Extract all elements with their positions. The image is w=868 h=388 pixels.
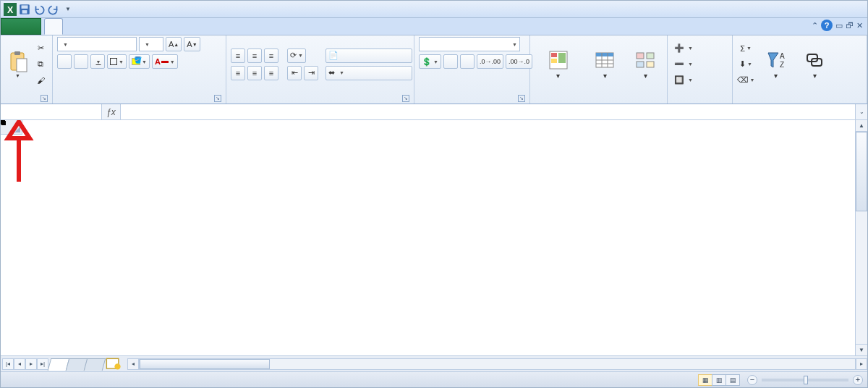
sheet-nav-last-icon[interactable]: ▸|	[37, 358, 48, 370]
qat-customize-icon[interactable]: ▼	[61, 3, 75, 16]
minimize-ribbon-icon[interactable]: ⌃	[812, 21, 818, 30]
sheet-nav-first-icon[interactable]: |◂	[2, 358, 14, 370]
grow-font-button[interactable]: A▲	[166, 37, 182, 51]
redo-icon[interactable]	[47, 3, 60, 16]
horizontal-scrollbar[interactable]: ◂ ▸	[127, 358, 867, 370]
hscroll-track[interactable]	[139, 358, 856, 370]
conditional-formatting-button[interactable]: ▾	[535, 40, 582, 89]
scroll-down-icon[interactable]: ▼	[856, 344, 867, 355]
tab-home[interactable]	[44, 18, 63, 35]
align-right-button[interactable]: ≡	[264, 66, 278, 80]
workbook-restore-icon[interactable]: 🗗	[846, 21, 854, 30]
sort-filter-button[interactable]: AZ ▾	[757, 40, 793, 89]
bold-button[interactable]	[57, 54, 72, 69]
shrink-font-button[interactable]: A▼	[184, 37, 200, 51]
increase-indent-button[interactable]: ⇥	[304, 66, 318, 80]
expand-formula-bar-icon[interactable]: ⌄	[855, 104, 867, 119]
wrap-text-button[interactable]: 📄	[326, 48, 412, 63]
decrease-indent-button[interactable]: ⇤	[287, 66, 302, 80]
format-as-table-button[interactable]: ▾	[585, 40, 626, 89]
autosum-button[interactable]: Σ▼	[737, 41, 754, 56]
insert-cells-button[interactable]: ➕ ▼	[672, 41, 730, 56]
dialog-launcher-icon[interactable]: ↘	[402, 95, 409, 102]
scroll-right-icon[interactable]: ▸	[856, 358, 867, 370]
fill-button[interactable]: ⬇▼	[737, 57, 754, 72]
percent-button[interactable]	[443, 54, 458, 69]
tab-formulas[interactable]	[101, 18, 119, 35]
align-center-button[interactable]: ≡	[247, 66, 262, 80]
workbook-min-icon[interactable]: ▭	[835, 21, 843, 30]
cell-styles-button[interactable]: ▾	[628, 40, 663, 89]
dialog-launcher-icon[interactable]: ↘	[518, 95, 525, 102]
sheet-nav-next-icon[interactable]: ▸	[25, 358, 37, 370]
font-name-combo[interactable]: ▼	[57, 37, 137, 51]
help-area: ⌃ ? ▭ 🗗 ✕	[812, 20, 863, 31]
tab-data[interactable]	[119, 18, 138, 35]
quick-access-toolbar: X ▼	[1, 3, 75, 16]
zoom-out-button[interactable]: −	[747, 375, 757, 385]
font-size-combo[interactable]: ▼	[139, 37, 163, 51]
align-middle-button[interactable]: ≡	[247, 48, 262, 63]
align-left-button[interactable]: ≡	[231, 66, 245, 80]
formula-input-wrap	[121, 104, 855, 119]
format-cells-button[interactable]: 🔲 ▼	[672, 73, 730, 88]
tab-page-layout[interactable]	[82, 18, 101, 35]
comma-button[interactable]	[460, 54, 475, 69]
font-color-button[interactable]: A▼	[152, 54, 178, 69]
select-all-button[interactable]	[1, 120, 22, 135]
align-top-button[interactable]: ≡	[231, 48, 245, 63]
help-icon[interactable]: ?	[821, 20, 833, 31]
vscroll-track[interactable]	[856, 132, 867, 344]
zoom-slider[interactable]	[762, 379, 848, 381]
increase-decimal-button[interactable]: .0→.00	[477, 54, 503, 69]
clear-button[interactable]: ⌫▼	[737, 73, 754, 88]
new-sheet-icon[interactable]	[106, 358, 122, 370]
sheet-tab-3[interactable]	[84, 358, 106, 371]
align-bottom-button[interactable]: ≡	[264, 48, 278, 63]
currency-button[interactable]: 💲▼	[419, 54, 441, 69]
delete-cells-button[interactable]: ➖ ▼	[672, 57, 730, 72]
zoom-in-button[interactable]: +	[853, 375, 863, 385]
workbook-close-icon[interactable]: ✕	[856, 21, 863, 30]
cells-grid[interactable]	[1, 135, 855, 355]
vertical-scrollbar[interactable]: ▲ ▼	[855, 120, 867, 355]
fx-icon[interactable]: ƒx	[106, 107, 116, 117]
cut-button[interactable]: ✂	[33, 41, 48, 56]
hscroll-thumb[interactable]	[140, 359, 270, 369]
file-tab[interactable]	[1, 18, 41, 35]
save-icon[interactable]	[18, 3, 31, 16]
group-cells: ➕ ▼ ➖ ▼ 🔲 ▼	[668, 35, 733, 104]
vscroll-thumb[interactable]	[856, 132, 867, 211]
fill-color-button[interactable]: 🪣▼	[129, 54, 150, 69]
scroll-up-icon[interactable]: ▲	[856, 120, 867, 132]
format-painter-button[interactable]: 🖌	[33, 73, 48, 88]
border-button[interactable]: ▼	[107, 54, 127, 69]
italic-button[interactable]	[74, 54, 88, 69]
view-page-layout-button[interactable]: ▥	[712, 374, 726, 386]
decrease-decimal-button[interactable]: .00→.0	[506, 54, 532, 69]
merge-center-button[interactable]: ⬌ ▼	[326, 66, 412, 80]
group-number: ▼ 💲▼ .0→.00 .00→.0 ↘	[414, 35, 530, 104]
number-format-combo[interactable]: ▼	[419, 37, 520, 51]
tab-review[interactable]	[138, 18, 157, 35]
scroll-left-icon[interactable]: ◂	[127, 358, 139, 370]
dialog-launcher-icon[interactable]: ↘	[214, 95, 221, 102]
formula-input[interactable]	[121, 107, 855, 117]
view-normal-button[interactable]: ▦	[698, 374, 712, 386]
view-page-break-button[interactable]: ▤	[726, 374, 740, 386]
sheet-nav-prev-icon[interactable]: ◂	[14, 358, 25, 370]
paste-button[interactable]: ▼	[5, 40, 30, 89]
tab-insert[interactable]	[63, 18, 82, 35]
name-box-input[interactable]	[1, 107, 101, 117]
tab-view[interactable]	[157, 18, 176, 35]
dialog-launcher-icon[interactable]: ↘	[41, 95, 48, 102]
find-select-button[interactable]: ▾	[796, 40, 833, 89]
cond-label: ▾	[556, 72, 560, 80]
undo-icon[interactable]	[33, 3, 46, 16]
copy-button[interactable]: ⧉	[33, 57, 48, 72]
orientation-button[interactable]: ⟳▼	[287, 48, 306, 63]
underline-button[interactable]: ▼	[90, 54, 105, 69]
zoom-thumb[interactable]	[804, 376, 808, 384]
name-box[interactable]	[1, 104, 102, 119]
svg-rect-4	[22, 10, 27, 14]
